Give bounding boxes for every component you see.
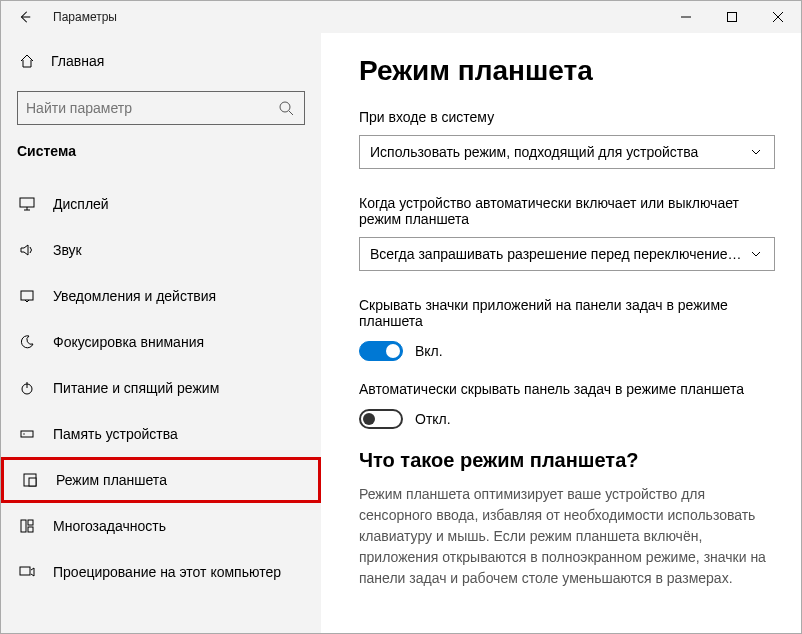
auto-switch-select[interactable]: Всегда запрашивать разрешение перед пере… <box>359 237 775 271</box>
svg-rect-18 <box>28 520 33 525</box>
autohide-state: Откл. <box>415 411 451 427</box>
home-button[interactable]: Главная <box>1 41 321 81</box>
sidebar-item-tablet-mode[interactable]: Режим планшета <box>1 457 321 503</box>
titlebar: Параметры <box>1 1 801 33</box>
signin-select-value: Использовать режим, подходящий для устро… <box>370 144 748 160</box>
page-title: Режим планшета <box>359 55 775 87</box>
multitasking-icon <box>17 518 37 534</box>
close-icon <box>773 12 783 22</box>
svg-rect-17 <box>21 520 26 532</box>
hide-icons-label: Скрывать значки приложений на панели зад… <box>359 297 775 329</box>
autohide-label: Автоматически скрывать панель задач в ре… <box>359 381 775 397</box>
sidebar-item-label: Уведомления и действия <box>53 288 216 304</box>
power-icon <box>17 380 37 396</box>
sidebar: Главная Система Дисплей Звук Уведомления… <box>1 33 321 634</box>
home-icon <box>17 53 37 69</box>
home-label: Главная <box>51 53 104 69</box>
arrow-left-icon <box>18 10 32 24</box>
sidebar-item-label: Звук <box>53 242 82 258</box>
svg-point-14 <box>23 433 24 434</box>
sidebar-item-focus-assist[interactable]: Фокусировка внимания <box>1 319 321 365</box>
signin-label: При входе в систему <box>359 109 775 125</box>
sidebar-item-label: Режим планшета <box>56 472 167 488</box>
nav-list: Дисплей Звук Уведомления и действия Фоку… <box>1 181 321 595</box>
svg-point-5 <box>280 102 290 112</box>
svg-rect-13 <box>21 431 33 437</box>
hide-icons-state: Вкл. <box>415 343 443 359</box>
sound-icon <box>17 242 37 258</box>
sidebar-item-label: Фокусировка внимания <box>53 334 204 350</box>
sidebar-item-label: Дисплей <box>53 196 109 212</box>
auto-switch-select-value: Всегда запрашивать разрешение перед пере… <box>370 246 748 262</box>
svg-rect-10 <box>21 291 33 300</box>
about-heading: Что такое режим планшета? <box>359 449 775 472</box>
sidebar-item-label: Память устройства <box>53 426 178 442</box>
chevron-down-icon <box>748 146 764 158</box>
svg-rect-7 <box>20 198 34 207</box>
minimize-button[interactable] <box>663 1 709 33</box>
autohide-toggle[interactable] <box>359 409 403 429</box>
window-title: Параметры <box>53 10 117 24</box>
chevron-down-icon <box>748 248 764 260</box>
storage-icon <box>17 426 37 442</box>
sidebar-item-display[interactable]: Дисплей <box>1 181 321 227</box>
sidebar-item-label: Многозадачность <box>53 518 166 534</box>
about-body: Режим планшета оптимизирует ваше устройс… <box>359 484 775 589</box>
sidebar-item-power-sleep[interactable]: Питание и спящий режим <box>1 365 321 411</box>
search-box[interactable] <box>17 91 305 125</box>
sidebar-item-multitasking[interactable]: Многозадачность <box>1 503 321 549</box>
tablet-icon <box>20 472 40 488</box>
back-button[interactable] <box>9 1 41 33</box>
auto-switch-label: Когда устройство автоматически включает … <box>359 195 775 227</box>
signin-select[interactable]: Использовать режим, подходящий для устро… <box>359 135 775 169</box>
search-icon <box>276 100 296 116</box>
svg-rect-20 <box>20 567 30 575</box>
sidebar-item-sound[interactable]: Звук <box>1 227 321 273</box>
sidebar-item-storage[interactable]: Память устройства <box>1 411 321 457</box>
notifications-icon <box>17 288 37 304</box>
sidebar-item-label: Проецирование на этот компьютер <box>53 564 281 580</box>
hide-icons-toggle[interactable] <box>359 341 403 361</box>
close-button[interactable] <box>755 1 801 33</box>
svg-line-6 <box>289 111 293 115</box>
svg-rect-2 <box>728 13 737 22</box>
display-icon <box>17 196 37 212</box>
main-panel: Режим планшета При входе в систему Испол… <box>321 33 801 634</box>
search-input[interactable] <box>26 100 276 116</box>
moon-icon <box>17 334 37 350</box>
minimize-icon <box>681 12 691 22</box>
group-title-system: Система <box>1 143 321 171</box>
sidebar-item-projecting[interactable]: Проецирование на этот компьютер <box>1 549 321 595</box>
project-icon <box>17 564 37 580</box>
maximize-icon <box>727 12 737 22</box>
sidebar-item-label: Питание и спящий режим <box>53 380 219 396</box>
svg-rect-19 <box>28 527 33 532</box>
sidebar-item-notifications[interactable]: Уведомления и действия <box>1 273 321 319</box>
maximize-button[interactable] <box>709 1 755 33</box>
svg-rect-16 <box>29 478 36 486</box>
